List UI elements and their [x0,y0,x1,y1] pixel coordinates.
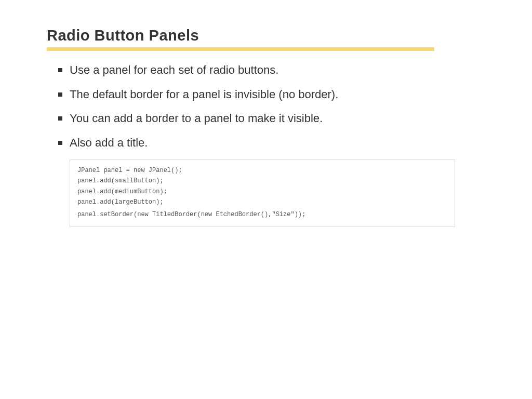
code-block: JPanel panel = new JPanel(); panel.add(s… [70,159,455,227]
bullet-item: You can add a border to a panel to make … [58,111,532,126]
title-underline [47,47,434,51]
bullet-item: Use a panel for each set of radio button… [58,62,532,78]
code-line: panel.setBorder(new TitledBorder(new Etc… [77,209,447,220]
bullet-list: Use a panel for each set of radio button… [47,62,532,151]
bullet-item: The default border for a panel is invisi… [58,87,532,102]
code-line: panel.add(largeButton); [77,197,447,207]
slide-title: Radio Button Panels [47,27,532,44]
code-line: panel.add(mediumButton); [77,187,447,197]
bullet-item: Also add a title. [58,135,532,151]
code-line: panel.add(smallButton); [77,176,447,186]
code-line: JPanel panel = new JPanel(); [77,165,447,176]
